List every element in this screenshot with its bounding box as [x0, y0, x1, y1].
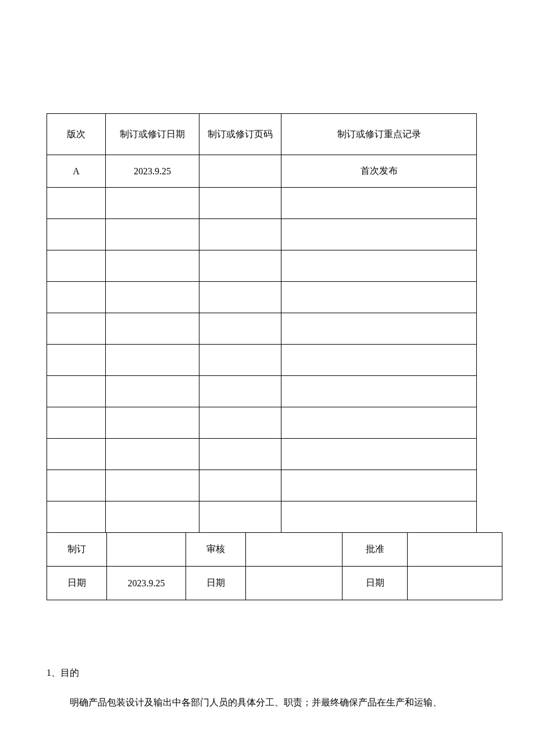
- cell-revise-date: [106, 407, 199, 439]
- cell-revise-date: [106, 219, 199, 250]
- cell-page-code: [199, 376, 281, 407]
- revision-table: 版次 制订或修订日期 制订或修订页码 制订或修订重点记录 A 2023.9.25…: [47, 113, 477, 533]
- cell-version: A: [47, 155, 106, 188]
- cell-page-code: [199, 439, 281, 470]
- header-page-code: 制订或修订页码: [199, 114, 281, 155]
- table-row: [47, 219, 477, 250]
- cell-page-code: [199, 345, 281, 376]
- cell-version: [47, 219, 106, 250]
- cell-page-code: [199, 407, 281, 439]
- cell-record: 首次发布: [281, 155, 477, 188]
- cell-version: [47, 439, 106, 470]
- signoff-row-dates: 日期 2023.9.25 日期 日期: [47, 567, 502, 600]
- cell-version: [47, 345, 106, 376]
- table-row: [47, 501, 477, 533]
- cell-record: [281, 250, 477, 282]
- signoff-table: 制订 审核 批准 日期 2023.9.25 日期 日期: [47, 532, 502, 600]
- cell-page-code: [199, 155, 281, 188]
- cell-record: [281, 219, 477, 250]
- section-body: 明确产品包装设计及输出中各部门人员的具体分工、职责；并最终确保产品在生产和运输、: [70, 694, 442, 711]
- approve-label: 批准: [343, 533, 408, 567]
- review-label: 审核: [186, 533, 246, 567]
- cell-version: [47, 407, 106, 439]
- approve-date-label: 日期: [343, 567, 408, 600]
- review-value: [246, 533, 343, 567]
- cell-version: [47, 501, 106, 533]
- table-row: [47, 282, 477, 313]
- cell-record: [281, 470, 477, 501]
- cell-page-code: [199, 250, 281, 282]
- cell-page-code: [199, 470, 281, 501]
- cell-page-code: [199, 282, 281, 313]
- prepare-date-label: 日期: [47, 567, 107, 600]
- table-row: [47, 407, 477, 439]
- prepare-value: [107, 533, 186, 567]
- cell-revise-date: [106, 313, 199, 345]
- cell-record: [281, 282, 477, 313]
- cell-revise-date: [106, 188, 199, 219]
- cell-revise-date: [106, 501, 199, 533]
- cell-page-code: [199, 188, 281, 219]
- table-row: [47, 345, 477, 376]
- prepare-date-value: 2023.9.25: [107, 567, 186, 600]
- signoff-row-names: 制订 审核 批准: [47, 533, 502, 567]
- table-row: [47, 439, 477, 470]
- cell-revise-date: [106, 439, 199, 470]
- table-row: [47, 313, 477, 345]
- cell-record: [281, 501, 477, 533]
- cell-version: [47, 376, 106, 407]
- table-row: A 2023.9.25 首次发布: [47, 155, 477, 188]
- table-row: [47, 376, 477, 407]
- cell-record: [281, 439, 477, 470]
- cell-page-code: [199, 501, 281, 533]
- cell-record: [281, 345, 477, 376]
- table-row: [47, 250, 477, 282]
- review-date-value: [246, 567, 343, 600]
- cell-page-code: [199, 313, 281, 345]
- table-header-row: 版次 制订或修订日期 制订或修订页码 制订或修订重点记录: [47, 114, 477, 155]
- cell-record: [281, 313, 477, 345]
- table-row: [47, 188, 477, 219]
- cell-revise-date: [106, 345, 199, 376]
- cell-revise-date: [106, 470, 199, 501]
- prepare-label: 制订: [47, 533, 107, 567]
- cell-record: [281, 188, 477, 219]
- cell-version: [47, 313, 106, 345]
- table-row: [47, 470, 477, 501]
- approve-value: [408, 533, 502, 567]
- cell-revise-date: [106, 282, 199, 313]
- cell-revise-date: [106, 376, 199, 407]
- cell-revise-date: 2023.9.25: [106, 155, 199, 188]
- review-date-label: 日期: [186, 567, 246, 600]
- cell-page-code: [199, 219, 281, 250]
- header-version: 版次: [47, 114, 106, 155]
- cell-record: [281, 376, 477, 407]
- cell-version: [47, 250, 106, 282]
- header-revise-date: 制订或修订日期: [106, 114, 199, 155]
- approve-date-value: [408, 567, 502, 600]
- cell-version: [47, 188, 106, 219]
- header-record: 制订或修订重点记录: [281, 114, 477, 155]
- cell-version: [47, 282, 106, 313]
- cell-record: [281, 407, 477, 439]
- cell-revise-date: [106, 250, 199, 282]
- section-heading: 1、目的: [47, 667, 79, 679]
- document-page: 版次 制订或修订日期 制订或修订页码 制订或修订重点记录 A 2023.9.25…: [0, 0, 535, 756]
- cell-version: [47, 470, 106, 501]
